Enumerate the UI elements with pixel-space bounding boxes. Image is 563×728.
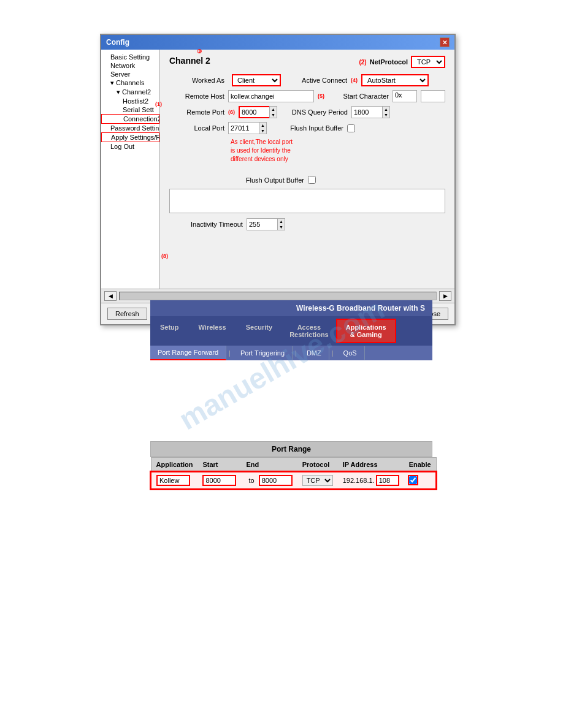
notes-textarea-container (169, 189, 445, 213)
col-application: Application (151, 458, 197, 472)
ip-prefix: 192.168.1. (343, 477, 375, 484)
worked-as-row: Worked As Client Server Active Connect (… (169, 74, 445, 86)
dns-query-label: DNS Query Period (286, 108, 348, 116)
router-nav: Setup Wireless Security AccessRestrictio… (150, 316, 432, 346)
remote-port-up[interactable]: ▲ (270, 107, 277, 112)
tree-connection2[interactable]: Connection2 (101, 114, 159, 124)
nav-security[interactable]: Security (236, 319, 282, 343)
local-port-down[interactable]: ▼ (259, 128, 266, 134)
tree-log-out[interactable]: Log Out (101, 142, 159, 151)
active-connect-select[interactable]: AutoStart Manual (361, 74, 429, 86)
dialog-title: Config (106, 38, 129, 47)
subtab-port-range-forward[interactable]: Port Range Forward (150, 346, 226, 360)
info-text: As client,The local portis used for Iden… (231, 138, 445, 164)
inactivity-spinner: ▲ ▼ (247, 218, 285, 230)
flush-output-row: Flush Output Buffer (231, 176, 445, 184)
dns-query-input[interactable] (351, 106, 382, 118)
tree-hostlist2[interactable]: Hostlist2 (101, 97, 159, 105)
start-char-input[interactable] (421, 90, 445, 102)
annotation-8: (8) (161, 253, 168, 259)
notes-textarea[interactable] (170, 189, 445, 213)
cell-application (151, 472, 197, 489)
col-end: End (241, 458, 297, 472)
inactivity-up[interactable]: ▲ (278, 219, 285, 224)
end-input[interactable] (259, 475, 293, 486)
tree-password-setting[interactable]: Password Setting (101, 124, 159, 132)
remote-host-label: Remote Host (169, 93, 224, 100)
tree-channel2[interactable]: ▾ Channel2 (101, 88, 159, 97)
dialog-titlebar: Config ✕ (101, 35, 454, 50)
tree-network[interactable]: Network (101, 61, 159, 70)
dns-query-up[interactable]: ▲ (383, 107, 389, 112)
tree-channels[interactable]: ▾ Channels (101, 78, 159, 88)
tree-forward-button[interactable]: ▶ (439, 291, 451, 301)
inactivity-label: Inactivity Timeout (169, 221, 243, 228)
tree-scrollbar[interactable] (119, 292, 437, 300)
table-header-row: Application Start End Protocol IP Addres… (151, 458, 436, 472)
nav-applications-gaming[interactable]: Applications& Gaming (336, 319, 396, 343)
dns-query-down[interactable]: ▼ (383, 112, 389, 118)
flush-output-label: Flush Output Buffer (231, 176, 304, 184)
annotation-6: (6) (228, 109, 235, 115)
worked-as-select[interactable]: Client Server (232, 74, 281, 86)
cell-enable (404, 472, 437, 489)
tree-panel: Basic Setting Network Server ▾ Channels … (101, 50, 160, 289)
flush-input-checkbox[interactable] (347, 124, 355, 132)
cell-start (197, 472, 241, 489)
local-port-up[interactable]: ▲ (259, 123, 266, 128)
channel-title: ③ Channel 2 (169, 56, 210, 66)
start-char-label: Start Character (334, 93, 389, 100)
remote-port-down[interactable]: ▼ (270, 112, 277, 118)
inactivity-down[interactable]: ▼ (278, 224, 285, 230)
col-start: Start (197, 458, 241, 472)
flush-input-label: Flush Input Buffer (276, 124, 343, 132)
config-header: ③ Channel 2 (2) NetProtocol TCP UDP (169, 56, 445, 68)
table-row: to TCP UDP Both 192.168.1. (151, 472, 436, 489)
net-protocol-area: (2) NetProtocol TCP UDP (359, 56, 445, 68)
dns-query-spinner: ▲ ▼ (351, 106, 390, 118)
tree-serial-sett[interactable]: Serial Sett (101, 105, 159, 114)
annotation-3: ③ (197, 48, 202, 55)
dialog-body: Basic Setting Network Server ▾ Channels … (101, 50, 454, 289)
protocol-select[interactable]: TCP UDP Both (302, 475, 333, 486)
ip-last-input[interactable] (376, 475, 399, 486)
tree-basic-setting[interactable]: Basic Setting (101, 53, 159, 61)
col-protocol: Protocol (297, 458, 338, 472)
remote-port-input[interactable] (239, 106, 269, 118)
nav-access-restrictions[interactable]: AccessRestrictions (282, 319, 336, 343)
start-char-prefix: 0x (393, 90, 417, 102)
nav-wireless[interactable]: Wireless (189, 319, 236, 343)
subtab-port-triggering[interactable]: Port Triggering (233, 346, 293, 360)
cell-to-end: to (241, 472, 297, 489)
inactivity-row: Inactivity Timeout ▲ ▼ (169, 218, 445, 230)
start-input[interactable] (202, 475, 236, 486)
port-range-table: Application Start End Protocol IP Addres… (150, 457, 437, 490)
col-enable: Enable (404, 458, 437, 472)
config-dialog: Config ✕ Basic Setting Network Server ▾ … (100, 34, 456, 325)
application-input[interactable] (156, 475, 190, 486)
remote-host-input[interactable] (228, 90, 314, 102)
subtab-qos[interactable]: QoS (336, 346, 365, 360)
dialog-close-button[interactable]: ✕ (440, 37, 450, 47)
tree-back-button[interactable]: ◀ (104, 291, 117, 301)
col-ip-address: IP Address (338, 458, 404, 472)
nav-setup[interactable]: Setup (150, 319, 189, 343)
annotation-5: (5) (318, 93, 324, 99)
router-subtabs: Port Range Forward | Port Triggering | D… (150, 346, 432, 360)
port-range-title: Port Range (150, 441, 432, 457)
tree-apply-settings[interactable]: Apply Settings/Re (101, 132, 159, 142)
port-range-section: Port Range Application Start End Protoco… (150, 441, 432, 490)
enable-checkbox[interactable] (409, 476, 417, 484)
flush-output-checkbox[interactable] (308, 176, 316, 184)
annotation-2: (2) (359, 59, 366, 66)
annotation-4: (4) (351, 77, 358, 83)
tree-server[interactable]: Server (101, 70, 159, 78)
local-port-label: Local Port (169, 124, 224, 132)
refresh-button[interactable]: Refresh (107, 308, 147, 320)
local-port-input[interactable] (228, 122, 259, 134)
subtab-dmz[interactable]: DMZ (299, 346, 329, 360)
inactivity-input[interactable] (247, 218, 277, 230)
net-protocol-select[interactable]: TCP UDP (411, 56, 445, 68)
local-port-row: Local Port ▲ ▼ Flush Input Buffer (169, 122, 445, 134)
active-connect-label: Active Connect (292, 77, 347, 84)
